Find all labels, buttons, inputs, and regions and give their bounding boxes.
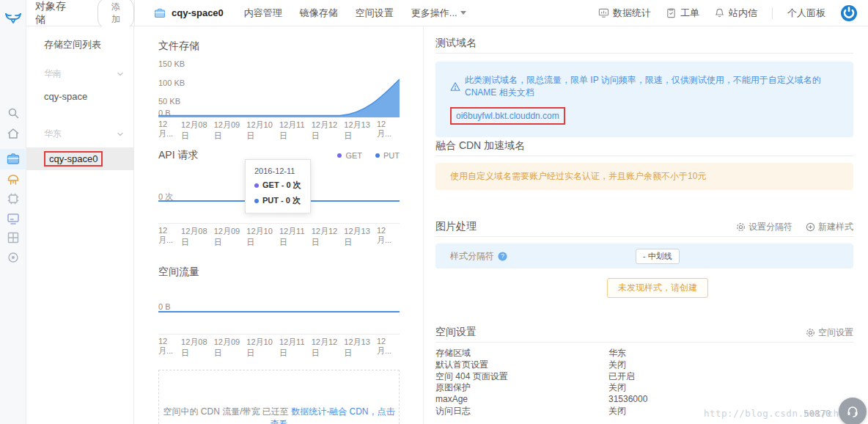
image-processing-header: 图片处理 设置分隔符 新建样式 (435, 220, 853, 233)
tab-mirror-storage[interactable]: 镜像存储 (300, 7, 338, 20)
traffic-flat-line (158, 311, 400, 312)
test-domain-title: 测试域名 (435, 37, 477, 50)
table-row: 默认首页设置关闭 (435, 360, 853, 369)
section-divider (435, 236, 853, 237)
svg-text:?: ? (501, 252, 504, 260)
more-actions-label: 更多操作... (411, 7, 457, 20)
table-row: 存储区域华东 (435, 348, 853, 357)
put-dot-icon (375, 153, 380, 158)
bell-icon (714, 7, 725, 18)
fusion-cdn-warning: 使用自定义域名需要账户经过实名认证，并且账户余额不小于10元 (435, 163, 853, 190)
chevron-down-icon (116, 130, 125, 139)
bucket-item-cqy-space[interactable]: cqy-space (26, 87, 133, 106)
headset-icon (845, 404, 860, 419)
traffic-chart-title: 空间流量 (158, 266, 199, 279)
legend-get[interactable]: GET (337, 151, 362, 160)
get-dot-icon (254, 183, 259, 188)
bucket-item-cqy-space0-selected[interactable]: cqy-space0 (26, 147, 133, 170)
tab-space-settings[interactable]: 空间设置 (356, 7, 394, 20)
plus-circle-icon (806, 222, 815, 232)
tooltip-date: 2016-12-11 (254, 167, 301, 175)
object-storage-icon[interactable] (6, 152, 21, 167)
space-settings-table: 存储区域华东 默认首页设置关闭 空间 404 页面设置已开启 原图保护关闭 ma… (435, 348, 853, 415)
separator-value-tag[interactable]: - 中划线 (636, 249, 680, 264)
annotation-red-box: cqy-space0 (44, 151, 103, 167)
messages-link[interactable]: 站内信 (714, 7, 757, 20)
header-utilities: 数据统计 工单 站内信 个人面板 (598, 4, 868, 22)
put-dot-icon (254, 199, 259, 203)
product-title: 对象存储 (35, 0, 73, 26)
get-dot-icon (337, 153, 342, 158)
header-product-area: 对象存储 添加 (26, 0, 134, 26)
gear-icon (736, 222, 746, 232)
data-stats-link[interactable]: 数据统计 (598, 7, 651, 20)
console-screen: 对象存储 添加 cqy-space0 内容管理 镜像存储 空间设置 更多操作..… (0, 0, 868, 424)
stats-icon (598, 7, 609, 18)
create-style-button[interactable]: 未发现样式，请创建 (607, 278, 708, 298)
cdn-note-text: 空间中的 CDN 流量/带宽 已迁至 (163, 406, 292, 417)
space-settings-header: 空间设置 空间设置 (435, 326, 853, 339)
search-icon[interactable] (6, 106, 21, 120)
personal-panel-link[interactable]: 个人面板 (787, 7, 825, 20)
csdn-watermark-obscured: 50870 (803, 408, 831, 419)
header-bucket-nav: cqy-space0 内容管理 镜像存储 空间设置 更多操作... 数据统计 工… (134, 0, 868, 26)
chart-tooltip: 2016-12-11 GET - 0 次 PUT - 0 次 (245, 159, 311, 213)
api-axis-line (158, 223, 400, 224)
traffic-x-axis: 12月...12月08日12月09日12月10日12月11日12月12日12月1… (158, 337, 400, 359)
tab-content-manage[interactable]: 内容管理 (244, 7, 282, 20)
new-style-action[interactable]: 新建样式 (806, 221, 853, 233)
compute-chip-icon[interactable] (6, 191, 21, 206)
bucket-list-panel: 存储空间列表 华南 cqy-space 华东 cqy-space0 (26, 26, 134, 424)
clipboard-icon (666, 7, 677, 18)
top-header: 对象存储 添加 cqy-space0 内容管理 镜像存储 空间设置 更多操作..… (26, 0, 868, 26)
tooltip-put-row: PUT - 0 次 (254, 195, 301, 206)
test-domain-value[interactable]: oi6buyfwl.bkt.clouddn.com (450, 107, 565, 125)
bucket-list-title: 存储空间列表 (44, 38, 133, 51)
style-separator-label: 样式分隔符 ? (450, 250, 507, 263)
media-console-icon[interactable] (6, 211, 21, 226)
chevron-down-icon (460, 11, 466, 15)
bucket-icon (154, 7, 166, 19)
fusion-cdn-title: 融合 CDN 加速域名 (435, 139, 525, 153)
target-icon[interactable] (6, 250, 21, 265)
space-settings-action[interactable]: 空间设置 (806, 326, 853, 339)
legend-put[interactable]: PUT (375, 151, 400, 160)
qiniu-portal-logo-icon[interactable] (840, 4, 858, 22)
set-separator-action[interactable]: 设置分隔符 (736, 221, 792, 233)
fusion-cdn-icon[interactable] (6, 172, 21, 187)
qiniu-logo-icon[interactable] (4, 9, 22, 26)
tooltip-get-row: GET - 0 次 (254, 180, 301, 191)
section-divider (435, 53, 853, 54)
style-separator-row: 样式分隔符 ? - 中划线 (435, 244, 853, 268)
help-icon[interactable]: ? (498, 252, 507, 261)
traffic-zero-label: 0 B (158, 302, 171, 311)
cdn-migration-note: 空间中的 CDN 流量/带宽 已迁至 数据统计-融合 CDN，点击查看 (158, 370, 400, 424)
image-processing-title: 图片处理 (435, 220, 477, 233)
test-domain-notice: 此类测试域名，限总流量，限单 IP 访问频率，限速，仅供测试使用，不能用于自定义… (450, 74, 839, 99)
current-bucket-name: cqy-space0 (172, 7, 224, 18)
table-row: 空间 404 页面设置已开启 (435, 372, 853, 381)
storage-area-chart[interactable] (158, 59, 400, 117)
customer-service-button[interactable] (839, 398, 867, 424)
storage-chart-title: 文件存储 (158, 40, 199, 53)
table-row: maxAge31536000 (435, 395, 853, 403)
nav-rail (0, 0, 26, 424)
section-divider (435, 342, 853, 343)
apps-grid-icon[interactable] (6, 230, 21, 245)
add-bucket-button[interactable]: 添加 (98, 0, 134, 29)
test-domain-docs-link[interactable]: 相关文档 (499, 87, 534, 98)
more-actions-menu[interactable]: 更多操作... (411, 7, 466, 20)
storage-x-axis: 12月...12月08日12月09日12月10日12月11日12月12日12月1… (158, 120, 400, 142)
chevron-down-icon (116, 70, 125, 78)
warning-icon (450, 81, 460, 92)
region-group-huanan[interactable]: 华南 (44, 67, 125, 80)
header-divider (772, 7, 773, 19)
test-domain-infobox: 此类测试域名，限总流量，限单 IP 访问频率，限速，仅供测试使用，不能用于自定义… (435, 62, 853, 137)
gear-icon (806, 328, 815, 337)
column-divider (423, 26, 424, 424)
section-divider (435, 156, 853, 156)
region-group-huadong[interactable]: 华东 (44, 128, 125, 140)
ticket-link[interactable]: 工单 (666, 7, 699, 20)
table-row: 原图保护关闭 (435, 383, 853, 392)
home-icon[interactable] (6, 126, 21, 141)
